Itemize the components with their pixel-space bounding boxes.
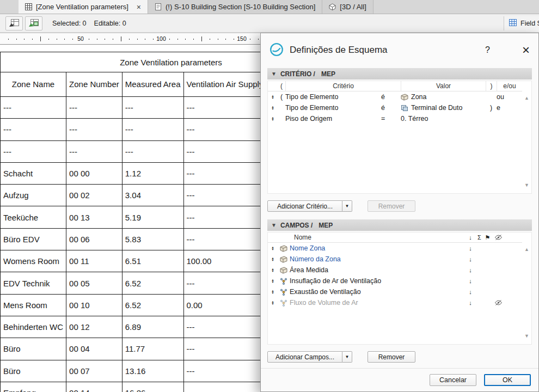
table-cell[interactable]: Teeküche bbox=[1, 206, 66, 228]
table-cell[interactable]: 00 11 bbox=[66, 250, 122, 272]
table-cell[interactable]: 6.52 bbox=[122, 294, 183, 316]
table-cell[interactable]: --- bbox=[66, 119, 122, 140]
table-cell[interactable]: --- bbox=[1, 97, 66, 119]
field-settings-button[interactable]: Field Sett bbox=[504, 16, 539, 30]
field-row[interactable]: ▲▼Número da Zona↓ bbox=[268, 254, 522, 265]
show-selection-on-plan-button[interactable] bbox=[5, 16, 23, 30]
scroll-up-icon[interactable]: ▲ bbox=[524, 95, 529, 101]
table-cell[interactable]: --- bbox=[183, 140, 266, 162]
table-cell[interactable]: 00 04 bbox=[66, 338, 122, 360]
table-cell[interactable]: 13.16 bbox=[122, 360, 183, 382]
table-cell[interactable]: Büro bbox=[1, 338, 66, 360]
column-header[interactable]: Zone Name bbox=[1, 72, 66, 97]
activate-selection-button[interactable] bbox=[25, 16, 42, 30]
table-cell[interactable]: 0.00 bbox=[183, 294, 266, 316]
tab-section[interactable]: (!) S-10 Building Section [S-10 Building… bbox=[148, 0, 322, 14]
close-button[interactable]: × bbox=[522, 44, 530, 57]
table-cell[interactable]: 00 00 bbox=[66, 162, 122, 184]
table-cell[interactable]: 00 10 bbox=[66, 294, 122, 316]
table-cell[interactable]: Aufzug bbox=[1, 185, 66, 206]
add-fields-button[interactable]: Adicionar Campos... bbox=[267, 351, 342, 363]
reorder-handle-icon[interactable]: ▲▼ bbox=[268, 257, 278, 262]
criteria-row[interactable]: ▲▼Piso de Origem=0. Térreo bbox=[268, 113, 522, 124]
cancel-button[interactable]: Cancelar bbox=[430, 374, 476, 386]
table-cell[interactable]: 6.89 bbox=[122, 316, 183, 338]
table-cell[interactable]: --- bbox=[66, 140, 122, 162]
table-cell[interactable]: Schacht bbox=[1, 162, 66, 184]
reorder-handle-icon[interactable]: ▲▼ bbox=[268, 95, 278, 100]
reorder-handle-icon[interactable]: ▲▼ bbox=[268, 106, 278, 111]
table-cell[interactable]: --- bbox=[183, 338, 266, 360]
table-cell[interactable]: --- bbox=[183, 119, 266, 140]
table-cell[interactable]: --- bbox=[183, 382, 266, 392]
table-cell[interactable]: --- bbox=[122, 97, 183, 119]
remove-fields-button[interactable]: Remover bbox=[367, 351, 415, 363]
table-cell[interactable]: 16.86 bbox=[122, 382, 183, 392]
column-header[interactable]: Zone Number bbox=[66, 72, 122, 97]
tab-close-icon[interactable]: × bbox=[137, 3, 141, 11]
fields-section-header[interactable]: ▼ CAMPOS / MEP bbox=[267, 219, 532, 231]
field-row[interactable]: ▲▼Fluxo de Volume de Ar↓ bbox=[268, 297, 522, 308]
add-criteria-dropdown[interactable]: ▼ bbox=[342, 200, 352, 212]
table-cell[interactable]: --- bbox=[183, 360, 266, 382]
tab-schedule[interactable]: [Zone Ventilation parameters]× bbox=[19, 0, 148, 14]
table-cell[interactable]: --- bbox=[183, 185, 266, 206]
table-cell[interactable]: --- bbox=[183, 162, 266, 184]
table-cell[interactable]: 00 07 bbox=[66, 360, 122, 382]
reorder-handle-icon[interactable]: ▲▼ bbox=[268, 290, 278, 295]
table-cell[interactable]: Womens Room bbox=[1, 250, 66, 272]
column-header[interactable]: Measured Area bbox=[122, 72, 183, 97]
table-cell[interactable]: 5.19 bbox=[122, 206, 183, 228]
table-cell[interactable]: 11.77 bbox=[122, 338, 183, 360]
table-cell[interactable]: --- bbox=[122, 140, 183, 162]
scroll-down-icon[interactable]: ▼ bbox=[524, 333, 529, 339]
table-cell[interactable]: 00 06 bbox=[66, 228, 122, 250]
table-cell[interactable]: 00 12 bbox=[66, 316, 122, 338]
field-row[interactable]: ▲▼Insuflação de Ar de Ventilação↓ bbox=[268, 275, 522, 286]
reorder-handle-icon[interactable]: ▲▼ bbox=[268, 279, 278, 284]
table-cell[interactable]: 1.12 bbox=[122, 162, 183, 184]
table-cell[interactable]: --- bbox=[183, 272, 266, 294]
table-cell[interactable]: 6.51 bbox=[122, 250, 183, 272]
field-row[interactable]: ▲▼Nome Zona↓ bbox=[268, 243, 522, 254]
table-cell[interactable]: Büro bbox=[1, 360, 66, 382]
reorder-handle-icon[interactable]: ▲▼ bbox=[268, 268, 278, 273]
add-criteria-button[interactable]: Adicionar Critério... bbox=[267, 200, 342, 212]
table-cell[interactable]: Empfang bbox=[1, 382, 66, 392]
field-row[interactable]: ▲▼Exaustão de Ventilação↓ bbox=[268, 286, 522, 297]
ok-button[interactable]: OK bbox=[484, 374, 531, 386]
table-cell[interactable]: 3.04 bbox=[122, 185, 183, 206]
table-cell[interactable]: 100.00 bbox=[183, 250, 266, 272]
criteria-row[interactable]: ▲▼Tipo de ElementoéTerminal de Duto)e bbox=[268, 102, 522, 113]
table-cell[interactable]: --- bbox=[183, 228, 266, 250]
scroll-down-icon[interactable]: ▼ bbox=[524, 182, 529, 188]
scroll-up-icon[interactable]: ▲ bbox=[524, 247, 529, 252]
table-cell[interactable]: EDV Technik bbox=[1, 272, 66, 294]
table-cell[interactable]: 00 13 bbox=[66, 206, 122, 228]
table-cell[interactable]: Büro EDV bbox=[1, 228, 66, 250]
table-cell[interactable]: --- bbox=[1, 140, 66, 162]
table-cell[interactable]: --- bbox=[183, 97, 266, 119]
table-cell[interactable]: Mens Room bbox=[1, 294, 66, 316]
table-cell[interactable]: --- bbox=[183, 316, 266, 338]
table-cell[interactable]: 5.83 bbox=[122, 228, 183, 250]
table-cell[interactable]: 00 14 bbox=[66, 382, 122, 392]
reorder-handle-icon[interactable]: ▲▼ bbox=[268, 301, 278, 305]
table-cell[interactable]: --- bbox=[1, 119, 66, 140]
table-cell[interactable]: 6.52 bbox=[122, 272, 183, 294]
table-cell[interactable]: --- bbox=[66, 97, 122, 119]
table-cell[interactable]: --- bbox=[183, 206, 266, 228]
table-cell[interactable]: Behinderten WC bbox=[1, 316, 66, 338]
table-cell[interactable]: --- bbox=[122, 119, 183, 140]
table-cell[interactable]: 00 02 bbox=[66, 185, 122, 206]
criteria-section-header[interactable]: ▼ CRITÉRIO / MEP bbox=[267, 68, 532, 79]
tab-threed[interactable]: [3D / All] bbox=[322, 0, 373, 14]
table-cell[interactable]: 00 05 bbox=[66, 272, 122, 294]
field-row[interactable]: ▲▼Área Medida↓ bbox=[268, 265, 522, 275]
add-fields-dropdown[interactable]: ▼ bbox=[342, 351, 352, 363]
column-header[interactable]: Ventilation Air Supply bbox=[183, 72, 266, 97]
reorder-handle-icon[interactable]: ▲▼ bbox=[268, 117, 278, 121]
reorder-handle-icon[interactable]: ▲▼ bbox=[268, 246, 278, 251]
criteria-row[interactable]: ▲▼(Tipo de ElementoéZonaou bbox=[268, 91, 522, 102]
help-button[interactable]: ? bbox=[482, 45, 493, 55]
